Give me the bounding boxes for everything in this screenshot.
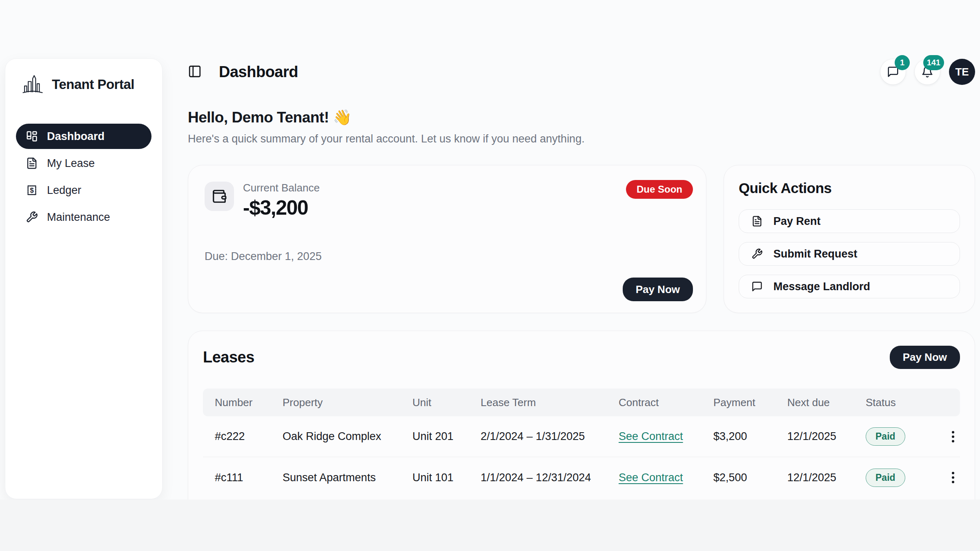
balance-pay-now-button[interactable]: Pay Now: [623, 278, 693, 301]
sidebar-item-label: Dashboard: [47, 130, 105, 143]
greeting-title: Hello, Demo Tenant! 👋: [188, 109, 585, 126]
see-contract-link[interactable]: See Contract: [619, 430, 683, 442]
message-bubble-icon: [751, 281, 763, 292]
table-row: #c222 Oak Ridge Complex Unit 201 2/1/202…: [203, 416, 960, 457]
app-title: Tenant Portal: [52, 77, 134, 92]
action-label: Message Landlord: [773, 280, 870, 293]
maintenance-wrench-icon: [26, 211, 38, 223]
wallet-icon-box: [205, 182, 234, 211]
leases-card: Leases Pay Now Number Property Unit Leas…: [188, 331, 975, 500]
column-header: Contract: [619, 396, 713, 409]
ledger-receipt-icon: $: [26, 184, 38, 196]
wallet-icon: [212, 189, 227, 204]
balance-card: Current Balance -$3,200 Due: December 1,…: [188, 165, 706, 313]
sidebar: Tenant Portal Dashboard My Lease: [5, 58, 163, 499]
file-text-icon: [751, 216, 763, 227]
sidebar-item-label: Maintenance: [47, 211, 110, 224]
action-label: Pay Rent: [773, 215, 821, 228]
top-header: Dashboard 1 141 TE: [188, 58, 975, 86]
lease-property: Sunset Apartments: [283, 471, 412, 484]
wrench-icon: [751, 248, 763, 260]
lease-next-due: 12/1/2025: [787, 430, 866, 443]
see-contract-link[interactable]: See Contract: [619, 471, 683, 484]
lease-property: Oak Ridge Complex: [283, 430, 412, 443]
lease-term: 1/1/2024 – 12/31/2024: [481, 471, 619, 484]
summary-cards-row: Current Balance -$3,200 Due: December 1,…: [188, 165, 975, 313]
lease-payment: $3,200: [713, 430, 787, 443]
app-viewport: Tenant Portal Dashboard My Lease: [0, 0, 980, 500]
balance-label: Current Balance: [243, 182, 320, 194]
lease-unit: Unit 101: [412, 471, 481, 484]
row-menu-button[interactable]: [948, 468, 958, 487]
sidebar-toggle-button[interactable]: [188, 64, 203, 79]
panel-left-icon: [188, 64, 202, 78]
app-logo: Tenant Portal: [5, 59, 162, 96]
lease-document-icon: [26, 157, 38, 169]
table-row: #c111 Sunset Apartments Unit 101 1/1/202…: [203, 457, 960, 498]
column-header: Status: [866, 396, 933, 409]
user-avatar[interactable]: TE: [949, 59, 975, 85]
lease-next-due: 12/1/2025: [787, 471, 866, 484]
dashboard-grid-icon: [26, 130, 38, 142]
sidebar-nav: Dashboard My Lease $ Ledger: [5, 124, 162, 230]
leases-table: Number Property Unit Lease Term Contract…: [203, 389, 960, 498]
sidebar-item-ledger[interactable]: $ Ledger: [16, 178, 151, 203]
lease-unit: Unit 201: [412, 430, 481, 443]
notifications-count-badge: 141: [923, 55, 944, 70]
row-menu-button[interactable]: [948, 427, 958, 447]
sidebar-item-label: Ledger: [47, 184, 81, 197]
lease-term: 2/1/2024 – 1/31/2025: [481, 430, 619, 443]
due-soon-badge: Due Soon: [626, 180, 693, 199]
quick-actions-title: Quick Actions: [739, 180, 960, 196]
action-label: Submit Request: [773, 248, 858, 260]
balance-due-date: Due: December 1, 2025: [205, 250, 322, 263]
balance-amount: -$3,200: [243, 196, 320, 220]
leases-table-header: Number Property Unit Lease Term Contract…: [203, 389, 960, 416]
sidebar-item-my-lease[interactable]: My Lease: [16, 151, 151, 176]
column-header: Payment: [713, 396, 787, 409]
page-title: Dashboard: [219, 63, 298, 81]
column-header: Lease Term: [481, 396, 619, 409]
submit-request-button[interactable]: Submit Request: [739, 242, 960, 266]
column-header: Number: [215, 396, 283, 409]
status-badge: Paid: [866, 469, 905, 487]
column-header: Next due: [787, 396, 866, 409]
column-header: Unit: [412, 396, 481, 409]
leases-pay-now-button[interactable]: Pay Now: [890, 346, 960, 369]
lease-number: #c111: [215, 471, 283, 484]
notifications-button[interactable]: 141: [915, 59, 940, 84]
svg-text:$: $: [30, 187, 34, 194]
quick-actions-card: Quick Actions Pay Rent Submit Request: [724, 165, 975, 313]
messages-button[interactable]: 1: [880, 59, 906, 84]
buildings-logo-icon: [21, 73, 45, 96]
greeting-subtitle: Here's a quick summary of your rental ac…: [188, 133, 585, 145]
sidebar-item-dashboard[interactable]: Dashboard: [16, 124, 151, 149]
messages-count-badge: 1: [895, 55, 910, 70]
sidebar-item-label: My Lease: [47, 157, 95, 170]
column-header: Property: [283, 396, 412, 409]
message-landlord-button[interactable]: Message Landlord: [739, 275, 960, 298]
sidebar-item-maintenance[interactable]: Maintenance: [16, 204, 151, 230]
pay-rent-button[interactable]: Pay Rent: [739, 209, 960, 233]
status-badge: Paid: [866, 427, 905, 446]
lease-payment: $2,500: [713, 471, 787, 484]
greeting-section: Hello, Demo Tenant! 👋 Here's a quick sum…: [188, 109, 585, 145]
lease-number: #c222: [215, 430, 283, 443]
leases-title: Leases: [203, 349, 254, 366]
